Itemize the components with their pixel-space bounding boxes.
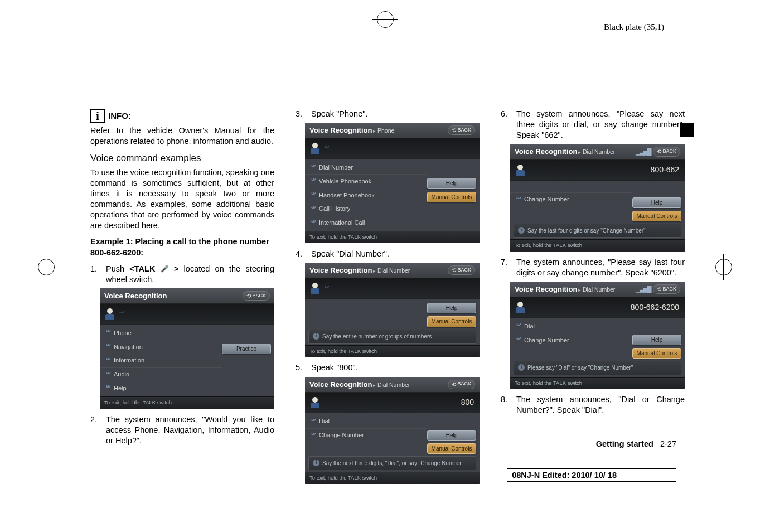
hint-row: i Say the next three digits, "Dial", or …: [308, 456, 476, 470]
user-icon: [105, 308, 117, 320]
subheading-voice-examples: Voice command examples: [90, 152, 274, 165]
back-button[interactable]: BACK: [653, 147, 680, 156]
list-item[interactable]: ꒳Dial: [510, 320, 632, 333]
list-item[interactable]: ꒳Vehicle Phonebook: [305, 174, 427, 188]
hint-row: i Say the entire number or groups of num…: [308, 330, 476, 344]
footer-hint: To exit, hold the TALK switch: [510, 377, 685, 389]
user-icon: [311, 143, 322, 154]
speak-icon: ꒳: [309, 205, 316, 214]
step-number: 7.: [501, 257, 511, 278]
item-label: Help: [114, 384, 127, 393]
column-2: 3. Speak "Phone". Voice RecognitionPhone…: [296, 109, 480, 490]
step-7: 7. The system announces, "Please say las…: [501, 257, 685, 278]
user-icon: [516, 302, 527, 313]
manual-controls-button[interactable]: Manual Controls: [632, 348, 681, 359]
screenshot-dial-full-number: Voice RecognitionDial Number ▁▃▅█ BACK 8…: [510, 282, 685, 389]
screenshot-dial-800: Voice RecognitionDial Number BACK 800 ꒳D…: [305, 377, 480, 484]
step-number: 3.: [296, 109, 306, 119]
command-list: ꒳Phone ꒳Navigation ꒳Information ꒳Audio ꒳…: [100, 326, 222, 395]
example-heading: Example 1: Placing a call to the phone n…: [90, 236, 274, 258]
display-value: 800-662-6200: [631, 302, 679, 312]
breadcrumb: Dial Number: [373, 267, 410, 275]
titlebar: Voice Recognition BACK: [100, 288, 274, 304]
help-button[interactable]: Help: [427, 303, 476, 313]
item-label: Handset Phonebook: [319, 191, 375, 200]
item-label: Dial: [524, 322, 535, 331]
back-label: BACK: [662, 148, 676, 155]
item-label: Change Number: [319, 431, 364, 439]
speak-icon: ꒳: [309, 219, 316, 228]
list-item[interactable]: ꒳Navigation: [100, 340, 222, 354]
list-item[interactable]: ꒳Information: [100, 354, 222, 367]
display-area: ꒳: [305, 278, 480, 299]
title: Voice Recognition: [309, 125, 372, 135]
list-item[interactable]: ꒳Help: [100, 381, 222, 395]
speak-icon: ꒳: [104, 384, 111, 393]
help-button[interactable]: Help: [632, 335, 681, 345]
footer-hint: To exit, hold the TALK switch: [510, 239, 685, 252]
step-text: The system announces, "Dial or Change Nu…: [516, 394, 685, 415]
manual-controls-button[interactable]: Manual Controls: [427, 316, 476, 327]
speak-icon: ꒳: [515, 322, 521, 331]
manual-controls-button[interactable]: Manual Controls: [427, 192, 476, 202]
hint-row: i Please say "Dial" or say "Change Numbe…: [514, 361, 681, 375]
step-text: Push <TALK 🎤 > located on the steering w…: [106, 264, 274, 285]
speak-wave-icon: ꒳: [323, 284, 330, 293]
display-area: 800-662: [510, 160, 685, 181]
info-text: Refer to the vehicle Owner's Manual for …: [90, 125, 274, 147]
item-label: Dial: [319, 417, 330, 425]
list-item[interactable]: ꒳Change Number: [305, 428, 427, 442]
list-item[interactable]: ꒳Change Number: [510, 192, 632, 206]
speak-icon: ꒳: [309, 191, 316, 200]
step-number: 8.: [501, 394, 511, 415]
hint-row: i Say the last four digits or say "Chang…: [514, 224, 681, 238]
screenshot-dial-number-prompt: Voice RecognitionDial Number BACK ꒳ Help…: [305, 263, 480, 357]
crop-mark: [75, 46, 75, 61]
footer-hint: To exit, hold the TALK switch: [305, 231, 480, 243]
talk-label: <TALK: [129, 264, 160, 273]
command-list: ꒳Dial ꒳Change Number: [305, 415, 427, 454]
list-item[interactable]: ꒳Change Number: [510, 333, 632, 347]
back-button[interactable]: BACK: [448, 380, 475, 389]
item-label: Dial Number: [319, 163, 353, 172]
step-1: 1. Push <TALK 🎤 > located on the steerin…: [90, 264, 274, 285]
hint-text: Say the next three digits, "Dial", or sa…: [322, 460, 463, 467]
step-3: 3. Speak "Phone".: [296, 109, 480, 119]
help-button[interactable]: Help: [427, 178, 476, 188]
list-item[interactable]: ꒳Handset Phonebook: [305, 188, 427, 202]
back-button[interactable]: BACK: [448, 125, 475, 135]
speak-icon: ꒳: [309, 431, 316, 440]
user-icon: [311, 283, 322, 294]
footer-hint: To exit, hold the TALK switch: [305, 345, 480, 357]
item-label: Phone: [114, 329, 132, 337]
step-text: The system announces, "Please say next t…: [516, 109, 685, 141]
manual-controls-button[interactable]: Manual Controls: [632, 211, 681, 221]
list-item[interactable]: ꒳Audio: [100, 367, 222, 381]
list-item[interactable]: ꒳Call History: [305, 202, 427, 216]
list-item[interactable]: ꒳Dial: [305, 415, 427, 428]
step-text: Speak "800".: [311, 362, 480, 373]
step-4: 4. Speak "Dial Number".: [296, 249, 480, 259]
manual-controls-button[interactable]: Manual Controls: [427, 443, 476, 454]
step-number: 5.: [296, 362, 306, 373]
title: Voice Recognition: [309, 380, 372, 389]
display-area: ꒳: [100, 304, 274, 325]
back-button[interactable]: BACK: [653, 284, 680, 294]
speak-icon: ꒳: [104, 328, 111, 337]
back-button[interactable]: BACK: [243, 291, 270, 301]
step-6: 6. The system announces, "Please say nex…: [501, 109, 685, 141]
crop-mark: [695, 471, 695, 486]
practice-button[interactable]: Practice: [222, 344, 271, 354]
info-icon: i: [518, 227, 525, 234]
crop-mark: [695, 471, 711, 471]
list-item[interactable]: ꒳International Call: [305, 216, 427, 230]
help-button[interactable]: Help: [427, 430, 476, 441]
list-item[interactable]: ꒳Dial Number: [305, 161, 427, 174]
list-item[interactable]: ꒳Phone: [100, 326, 222, 340]
speak-wave-icon: ꒳: [323, 144, 330, 153]
back-button[interactable]: BACK: [448, 265, 475, 275]
info-icon: i: [313, 333, 319, 340]
help-button[interactable]: Help: [632, 197, 681, 208]
info-icon: i: [518, 364, 525, 371]
page-footer: Getting started 2-27: [596, 439, 676, 448]
